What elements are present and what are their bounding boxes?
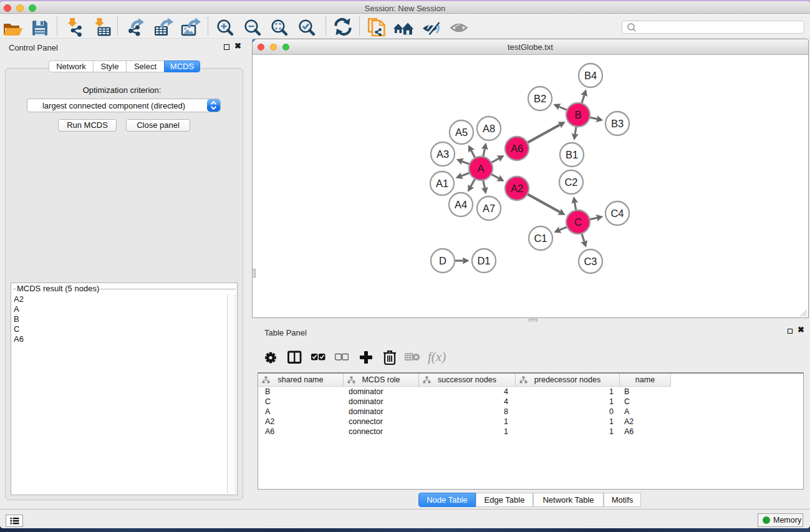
svg-text:C4: C4 [610, 208, 624, 219]
svg-text:A3: A3 [436, 148, 449, 160]
svg-text:A2: A2 [511, 183, 523, 194]
svg-text:D: D [439, 255, 446, 266]
svg-text:C: C [574, 216, 582, 228]
svg-text:B1: B1 [566, 149, 578, 160]
svg-text:A: A [477, 163, 484, 174]
svg-text:B2: B2 [534, 93, 546, 104]
svg-text:B: B [574, 109, 581, 120]
svg-text:A1: A1 [436, 178, 448, 189]
svg-text:A8: A8 [483, 123, 495, 134]
svg-text:A7: A7 [483, 203, 495, 214]
svg-text:C3: C3 [584, 256, 597, 267]
svg-text:D1: D1 [477, 255, 490, 266]
svg-text:A4: A4 [455, 199, 467, 210]
svg-text:A5: A5 [455, 127, 468, 138]
svg-text:C1: C1 [534, 233, 547, 244]
svg-text:B4: B4 [584, 70, 597, 81]
svg-text:A6: A6 [511, 143, 523, 154]
svg-text:C2: C2 [564, 177, 577, 188]
svg-text:B3: B3 [611, 118, 624, 129]
